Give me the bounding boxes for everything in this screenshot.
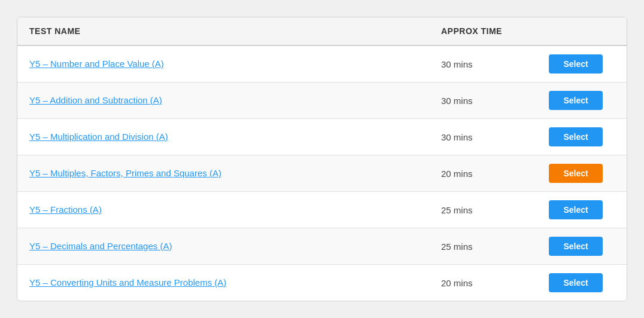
row-approx-time: 30 mins (441, 132, 537, 142)
tests-table: TEST NAME APPROX TIME Y5 – Number and Pl… (17, 17, 627, 301)
row-approx-time: 20 mins (441, 278, 537, 288)
test-name-link[interactable]: Y5 – Multiplication and Division (A) (29, 132, 168, 142)
row-test-name: Y5 – Number and Place Value (A) (29, 59, 441, 69)
test-name-link[interactable]: Y5 – Decimals and Percentages (A) (29, 241, 172, 251)
row-action-cell: Select (537, 127, 615, 146)
table-row: Y5 – Multiplication and Division (A) 30 … (17, 119, 627, 155)
row-approx-time: 30 mins (441, 96, 537, 106)
test-name-link[interactable]: Y5 – Number and Place Value (A) (29, 59, 164, 69)
row-test-name: Y5 – Addition and Subtraction (A) (29, 95, 441, 106)
row-action-cell: Select (537, 237, 615, 256)
table-row: Y5 – Multiples, Factors, Primes and Squa… (17, 155, 627, 192)
select-button[interactable]: Select (549, 91, 603, 110)
row-approx-time: 20 mins (441, 169, 537, 179)
row-approx-time: 25 mins (441, 205, 537, 215)
row-action-cell: Select (537, 164, 615, 183)
row-test-name: Y5 – Fractions (A) (29, 204, 441, 215)
row-action-cell: Select (537, 273, 615, 292)
table-row: Y5 – Number and Place Value (A) 30 mins … (17, 46, 627, 82)
row-action-cell: Select (537, 200, 615, 219)
table-row: Y5 – Converting Units and Measure Proble… (17, 265, 627, 301)
table-header: TEST NAME APPROX TIME (17, 17, 627, 46)
table-row: Y5 – Fractions (A) 25 mins Select (17, 192, 627, 228)
select-button[interactable]: Select (549, 273, 603, 292)
row-approx-time: 30 mins (441, 59, 537, 69)
table-row: Y5 – Addition and Subtraction (A) 30 min… (17, 82, 627, 119)
select-button[interactable]: Select (549, 127, 603, 146)
header-name: TEST NAME (29, 26, 441, 36)
header-time: APPROX TIME (441, 26, 537, 36)
select-button[interactable]: Select (549, 54, 603, 74)
row-action-cell: Select (537, 54, 615, 74)
row-approx-time: 25 mins (441, 241, 537, 252)
row-test-name: Y5 – Decimals and Percentages (A) (29, 241, 441, 252)
select-button[interactable]: Select (549, 164, 603, 183)
row-test-name: Y5 – Multiples, Factors, Primes and Squa… (29, 168, 441, 179)
test-name-link[interactable]: Y5 – Multiples, Factors, Primes and Squa… (29, 168, 221, 178)
row-action-cell: Select (537, 91, 615, 110)
select-button[interactable]: Select (549, 200, 603, 219)
table-body: Y5 – Number and Place Value (A) 30 mins … (17, 46, 627, 301)
test-name-link[interactable]: Y5 – Converting Units and Measure Proble… (29, 277, 226, 288)
row-test-name: Y5 – Converting Units and Measure Proble… (29, 277, 441, 288)
row-test-name: Y5 – Multiplication and Division (A) (29, 132, 441, 142)
table-row: Y5 – Decimals and Percentages (A) 25 min… (17, 228, 627, 265)
test-name-link[interactable]: Y5 – Addition and Subtraction (A) (29, 95, 162, 105)
select-button[interactable]: Select (549, 237, 603, 256)
test-name-link[interactable]: Y5 – Fractions (A) (29, 204, 102, 215)
